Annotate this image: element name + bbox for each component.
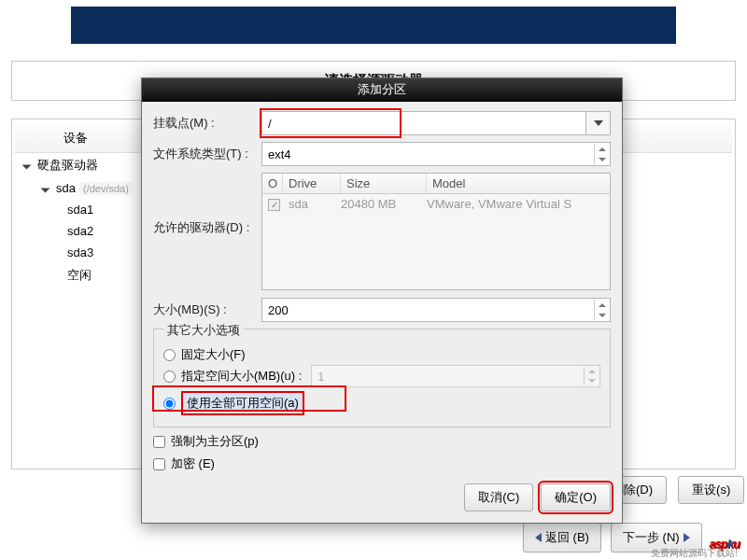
- radio-upto-label: 指定空间大小(MB)(u) :: [181, 368, 302, 385]
- filesystem-label: 文件系统类型(T) :: [153, 146, 261, 162]
- back-button[interactable]: 返回 (B): [523, 523, 601, 553]
- tree-label-root: 硬盘驱动器: [37, 157, 98, 174]
- chevron-down-icon: [594, 120, 603, 126]
- col-check: O: [262, 174, 283, 193]
- add-partition-dialog: 添加分区 挂载点(M) : 文件系统类型(T) : ext4 允许的驱动器(D)…: [141, 77, 623, 524]
- encrypt-row[interactable]: 加密 (E): [153, 455, 611, 472]
- tree-label: sda1: [67, 203, 93, 217]
- force-primary-label: 强制为主分区(p): [171, 433, 259, 450]
- drive-table-row[interactable]: sda 20480 MB VMware, VMware Virtual S: [262, 194, 610, 214]
- tree-label: sda3: [67, 245, 93, 259]
- size-label: 大小(MB)(S) :: [153, 301, 261, 318]
- filesystem-type-row: 文件系统类型(T) : ext4: [153, 142, 611, 166]
- expand-icon[interactable]: [24, 161, 34, 170]
- tree-label: sda2: [67, 224, 93, 238]
- mount-point-input[interactable]: [261, 111, 586, 135]
- encrypt-label: 加密 (E): [171, 455, 215, 472]
- col-size: Size: [341, 174, 427, 193]
- tree-label-disk: sda: [56, 181, 76, 195]
- arrow-right-icon: [684, 533, 690, 542]
- drive-size: 20480 MB: [341, 197, 427, 211]
- allowed-drives-table: O Drive Size Model sda 20480 MB VMware, …: [261, 173, 611, 290]
- radio-all-label: 使用全部可用空间(a): [181, 391, 304, 415]
- allowed-drives-row: 允许的驱动器(D) : O Drive Size Model sda 20480…: [153, 173, 611, 290]
- top-header-bar: [71, 7, 676, 44]
- radio-upto-input[interactable]: [163, 371, 176, 383]
- drive-table-header: O Drive Size Model: [262, 174, 610, 194]
- size-row: 大小(MB)(S) : 200: [153, 298, 611, 322]
- drive-checkbox: [268, 199, 280, 211]
- dialog-button-row: 取消(C) 确定(O): [153, 483, 611, 511]
- mount-point-dropdown[interactable]: [586, 111, 611, 135]
- col-model: Model: [427, 174, 610, 193]
- ok-button[interactable]: 确定(O): [541, 483, 611, 511]
- filesystem-value: ext4: [268, 147, 291, 161]
- encrypt-checkbox[interactable]: [153, 458, 165, 470]
- expand-icon[interactable]: [43, 184, 52, 193]
- filesystem-select[interactable]: ext4: [261, 142, 611, 166]
- radio-fixed-size[interactable]: 固定大小(F): [163, 346, 600, 363]
- force-primary-row[interactable]: 强制为主分区(p): [153, 433, 611, 450]
- tree-label: 空闲: [67, 267, 92, 284]
- allowed-drives-label: 允许的驱动器(D) :: [153, 173, 261, 236]
- disk-path-badge: (/dev/sda): [79, 182, 133, 195]
- cancel-button[interactable]: 取消(C): [464, 483, 533, 511]
- reset-button[interactable]: 重设(s): [678, 476, 744, 504]
- radio-up-to-size[interactable]: 指定空间大小(MB)(u) : 1: [163, 365, 600, 387]
- mount-point-label: 挂载点(M) :: [153, 115, 261, 132]
- back-label: 返回 (B): [545, 529, 589, 546]
- other-size-fieldset: 其它大小选项 固定大小(F) 指定空间大小(MB)(u) : 1 使用全部可: [153, 329, 611, 427]
- drive-model: VMware, VMware Virtual S: [427, 197, 604, 211]
- radio-all-space[interactable]: 使用全部可用空间(a): [163, 391, 600, 415]
- radio-all-input[interactable]: [163, 398, 176, 410]
- arrow-left-icon: [535, 533, 542, 542]
- size-input[interactable]: 200: [261, 298, 611, 322]
- size-value: 200: [268, 303, 289, 317]
- force-primary-checkbox[interactable]: [153, 436, 165, 448]
- radio-fixed-label: 固定大小(F): [181, 346, 246, 363]
- upto-size-input: 1: [311, 365, 600, 387]
- other-size-legend: 其它大小选项: [163, 322, 244, 339]
- next-label: 下一步 (N): [623, 529, 680, 546]
- drive-name: sda: [283, 197, 341, 211]
- col-drive: Drive: [283, 174, 341, 193]
- radio-fixed-input[interactable]: [163, 349, 176, 361]
- mount-point-row: 挂载点(M) :: [153, 111, 611, 135]
- dialog-title: 添加分区: [142, 78, 622, 102]
- watermark-subtitle: 免费网站源码下载站!: [651, 547, 738, 560]
